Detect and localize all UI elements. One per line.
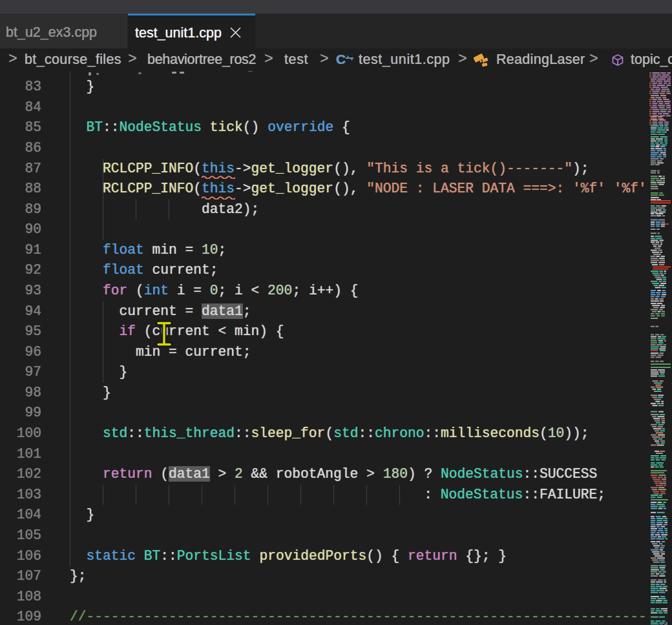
svg-text:C: C — [336, 52, 346, 67]
